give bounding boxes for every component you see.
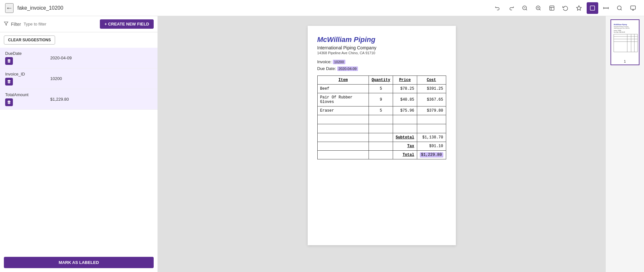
invoice-table: Item Quantity Price Cost Beef 5 $78.25 $… [317, 76, 446, 159]
qty-cell: 5 [369, 106, 393, 115]
invoice-document: McWilliam Piping International Piping Co… [308, 26, 456, 245]
fit-button[interactable] [546, 2, 558, 14]
table-row: Beef 5 $78.25 $391.25 [317, 85, 446, 93]
field-value-duedate: 2020-04-09 [50, 55, 152, 60]
tax-row: Tax $91.10 [317, 142, 446, 151]
col-header-price: Price [393, 76, 417, 85]
topbar: ← fake_invoice_10200 [0, 0, 644, 16]
field-name-totalamount: TotalAmount [5, 92, 50, 97]
field-name-invoiceid: Invoice_ID [5, 72, 50, 76]
item-cell: Beef [317, 85, 369, 93]
field-icon-invoiceid[interactable] [5, 78, 13, 86]
svg-line-4 [539, 9, 540, 10]
zoom-in-button[interactable] [533, 2, 544, 14]
thumbnail-page-1[interactable]: McWilliam Piping International Piping Co… [610, 19, 639, 65]
ruler-button[interactable] [600, 2, 612, 14]
svg-text:McWilliam Piping: McWilliam Piping [614, 24, 627, 25]
invoice-number-line: Invoice: 10200 [317, 59, 446, 64]
subtotal-label-cell: Subtotal [393, 133, 417, 142]
empty-row [317, 115, 446, 124]
filter-icon [4, 21, 8, 27]
table-header-row: Item Quantity Price Cost [317, 76, 446, 85]
due-date-line: Due Date: 2020-04-09 [317, 66, 446, 71]
svg-rect-7 [550, 6, 554, 10]
tax-qty-cell [369, 142, 393, 151]
col-header-quantity: Quantity [369, 76, 393, 85]
svg-text:International Piping Company: International Piping Company [614, 26, 629, 27]
thumbnail-page-number: 1 [612, 59, 638, 63]
mark-as-labeled-button[interactable]: MARK AS LABELED [4, 257, 154, 268]
svg-text:Due Date: 2020-04-09: Due Date: 2020-04-09 [614, 32, 625, 33]
total-qty-cell [369, 151, 393, 159]
magic-button[interactable] [573, 2, 585, 14]
svg-point-16 [617, 6, 621, 10]
back-button[interactable]: ← [5, 3, 14, 13]
svg-line-17 [620, 9, 621, 10]
cost-cell: $367.65 [417, 93, 446, 106]
qty-cell: 5 [369, 85, 393, 93]
create-new-button[interactable]: + CREATE NEW FIELD [100, 19, 154, 29]
subtotal-row: Subtotal $1,138.70 [317, 133, 446, 142]
sidebar: Filter + CREATE NEW FIELD CLEAR SUGGESTI… [0, 16, 158, 272]
svg-rect-9 [590, 6, 595, 10]
tax-label-cell: Tax [393, 142, 417, 151]
total-row: Total $1,229.80 [317, 151, 446, 159]
field-row-totalamount: TotalAmount $1,229.80 [0, 89, 158, 110]
redo-button[interactable] [505, 2, 517, 14]
filter-label: Filter [11, 22, 21, 27]
field-row-invoiceid: Invoice_ID 10200 [0, 68, 158, 89]
col-header-cost: Cost [417, 76, 446, 85]
thumbnail-preview: McWilliam Piping International Piping Co… [612, 21, 638, 58]
qty-cell: 9 [369, 93, 393, 106]
monitor-button[interactable] [627, 2, 639, 14]
zoom-out-button[interactable] [519, 2, 531, 14]
due-date-label: Due Date: [317, 66, 336, 71]
field-name-duedate: DueDate [5, 51, 50, 56]
total-value-highlight: $1,229.80 [420, 152, 443, 157]
field-icon-totalamount[interactable] [5, 98, 13, 106]
field-icon-duedate[interactable] [5, 57, 13, 65]
tax-value-cell: $91.10 [417, 142, 446, 151]
col-header-item: Item [317, 76, 369, 85]
subtotal-item-cell [317, 133, 369, 142]
empty-row [317, 124, 446, 133]
table-row: Eraser 5 $75.96 $379.80 [317, 106, 446, 115]
sidebar-header: Filter + CREATE NEW FIELD [0, 16, 158, 32]
total-value-cell: $1,229.80 [417, 151, 446, 159]
price-cell: $78.25 [393, 85, 417, 93]
item-cell: Eraser [317, 106, 369, 115]
clear-suggestions-button[interactable]: CLEAR SUGGESTIONS [4, 35, 55, 45]
select-button[interactable] [587, 2, 598, 14]
toolbar [492, 2, 639, 14]
company-name: McWilliam Piping [317, 35, 446, 44]
svg-text:Invoice: 10200: Invoice: 10200 [614, 30, 621, 31]
total-item-cell [317, 151, 369, 159]
thumbnail-panel: McWilliam Piping International Piping Co… [605, 16, 644, 272]
fields-list: DueDate 2020-04-09 Invoice_ID [0, 48, 158, 253]
field-value-totalamount: $1,229.80 [50, 97, 152, 102]
due-date-value-highlight: 2020-04-09 [337, 66, 358, 71]
filter-input[interactable] [24, 22, 97, 26]
search-button[interactable] [614, 2, 625, 14]
subtotal-value-cell: $1,138.70 [417, 133, 446, 142]
svg-text:14368 Pipeline Ave Chino, CA 9: 14368 Pipeline Ave Chino, CA 91710 [614, 28, 630, 29]
subtotal-qty-cell [369, 133, 393, 142]
svg-marker-8 [577, 5, 582, 10]
total-label-cell: Total [393, 151, 417, 159]
rotate-button[interactable] [560, 2, 571, 14]
main-content: Filter + CREATE NEW FIELD CLEAR SUGGESTI… [0, 16, 644, 272]
undo-button[interactable] [492, 2, 504, 14]
price-cell: $40.85 [393, 93, 417, 106]
price-cell: $75.96 [393, 106, 417, 115]
cost-cell: $379.80 [417, 106, 446, 115]
item-cell: Pair Of Rubber Gloves [317, 93, 369, 106]
svg-line-1 [526, 9, 527, 10]
company-subtitle: International Piping Company [317, 45, 446, 50]
table-row: Pair Of Rubber Gloves 9 $40.85 $367.65 [317, 93, 446, 106]
company-address: 14368 Pipeline Ave Chino, CA 91710 [317, 51, 446, 55]
cost-cell: $391.25 [417, 85, 446, 93]
tax-item-cell [317, 142, 369, 151]
invoice-number-highlight: 10200 [333, 60, 345, 64]
document-area: McWilliam Piping International Piping Co… [158, 16, 605, 272]
svg-rect-18 [631, 6, 636, 9]
